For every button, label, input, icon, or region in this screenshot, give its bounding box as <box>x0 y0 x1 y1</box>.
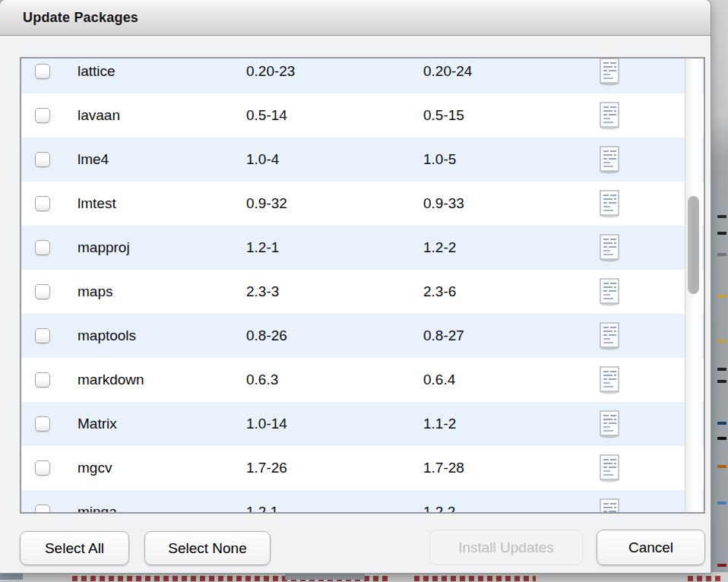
package-name: Matrix <box>78 402 117 446</box>
installed-version: 0.6.3 <box>246 358 278 402</box>
package-row[interactable]: minqa 1.2.1 1.2.2 <box>21 490 704 514</box>
background-artifact <box>285 573 365 580</box>
select-none-button[interactable]: Select None <box>144 531 271 565</box>
background-artifact <box>717 215 726 218</box>
background-artifact <box>717 422 726 425</box>
package-checkbox[interactable] <box>35 240 50 255</box>
news-document-glyph <box>597 322 622 351</box>
package-row[interactable]: Matrix 1.0-14 1.1-2 <box>21 402 704 446</box>
news-document-glyph <box>597 366 622 395</box>
package-checkbox[interactable] <box>35 152 50 167</box>
news-icon[interactable] <box>597 190 622 219</box>
installed-version: 1.2-1 <box>246 226 279 270</box>
dialog-title: Update Packages <box>23 0 138 36</box>
select-all-button[interactable]: Select All <box>20 531 129 565</box>
installed-version: 1.0-4 <box>246 138 279 182</box>
available-version: 0.8-27 <box>423 314 464 358</box>
background-artifact <box>717 253 726 256</box>
package-checkbox[interactable] <box>35 505 50 514</box>
installed-version: 0.20-23 <box>246 57 295 93</box>
package-checkbox[interactable] <box>35 196 50 211</box>
background-artifact <box>717 368 726 371</box>
package-rows: lattice 0.20-23 0.20-24 <box>21 57 704 514</box>
available-version: 0.5-15 <box>423 93 464 138</box>
news-document-glyph <box>597 234 622 263</box>
package-checkbox[interactable] <box>35 64 50 79</box>
available-version: 2.3-6 <box>423 270 456 314</box>
news-icon[interactable] <box>597 146 622 175</box>
package-row[interactable]: lattice 0.20-23 0.20-24 <box>21 57 704 93</box>
background-artifact <box>717 380 726 383</box>
package-row[interactable]: mgcv 1.7-26 1.7-28 <box>21 446 704 490</box>
background-artifact <box>717 295 726 298</box>
package-name: maptools <box>78 314 136 358</box>
cancel-button[interactable]: Cancel <box>597 530 705 565</box>
update-packages-dialog: Update Packages lattice 0.20-23 0.20-24 <box>0 0 711 573</box>
available-version: 0.20-24 <box>423 57 472 93</box>
package-row[interactable]: maptools 0.8-26 0.8-27 <box>21 314 704 358</box>
news-icon[interactable] <box>597 322 622 351</box>
available-version: 1.0-5 <box>423 138 456 182</box>
available-version: 1.2-2 <box>423 226 456 270</box>
available-version: 0.6.4 <box>423 358 455 402</box>
background-artifact <box>0 573 23 580</box>
package-row[interactable]: lavaan 0.5-14 0.5-15 <box>21 93 704 138</box>
screen: Update Packages lattice 0.20-23 0.20-24 <box>0 0 728 582</box>
package-name: mapproj <box>78 226 130 270</box>
background-artifact <box>717 340 726 343</box>
installed-version: 1.7-26 <box>246 446 287 490</box>
news-document-glyph <box>597 498 622 514</box>
installed-version: 2.3-3 <box>246 270 279 314</box>
background-artifact <box>688 576 724 581</box>
package-name: lmtest <box>78 182 116 226</box>
available-version: 1.7-28 <box>423 446 464 490</box>
package-checkbox[interactable] <box>35 372 50 387</box>
package-name: lavaan <box>78 93 120 138</box>
package-name: lattice <box>78 57 116 93</box>
available-version: 1.1-2 <box>423 402 456 446</box>
news-icon[interactable] <box>597 410 622 439</box>
available-version: 0.9-33 <box>423 182 464 226</box>
package-row[interactable]: lmtest 0.9-32 0.9-33 <box>21 182 704 226</box>
package-name: mgcv <box>78 446 112 490</box>
package-row[interactable]: mapproj 1.2-1 1.2-2 <box>21 226 704 270</box>
package-name: lme4 <box>78 138 109 182</box>
news-icon[interactable] <box>597 234 622 263</box>
package-row[interactable]: lme4 1.0-4 1.0-5 <box>21 138 704 182</box>
background-artifact <box>414 576 536 581</box>
background-window-right <box>708 0 728 582</box>
news-icon[interactable] <box>597 498 622 514</box>
package-name: markdown <box>78 358 144 402</box>
installed-version: 1.0-14 <box>246 402 287 446</box>
package-checkbox[interactable] <box>35 416 50 432</box>
package-row[interactable]: markdown 0.6.3 0.6.4 <box>21 358 704 402</box>
package-name: minqa <box>78 490 117 514</box>
package-checkbox[interactable] <box>35 284 50 299</box>
package-checkbox[interactable] <box>35 108 50 123</box>
scrollbar-track[interactable] <box>685 59 702 512</box>
package-checkbox[interactable] <box>35 328 50 343</box>
news-icon[interactable] <box>597 102 622 131</box>
available-version: 1.2.2 <box>423 490 455 514</box>
background-artifact <box>717 501 726 505</box>
background-artifact <box>717 437 726 440</box>
background-window-bottom <box>0 572 728 582</box>
installed-version: 0.8-26 <box>246 314 287 358</box>
news-icon[interactable] <box>597 366 622 395</box>
news-icon[interactable] <box>597 58 622 87</box>
installed-version: 1.2.1 <box>246 490 278 514</box>
scrollbar-thumb[interactable] <box>688 196 699 294</box>
news-document-glyph <box>597 190 622 219</box>
news-icon[interactable] <box>597 278 622 307</box>
news-document-glyph <box>597 454 622 483</box>
news-icon[interactable] <box>597 454 622 483</box>
installed-version: 0.5-14 <box>246 93 287 138</box>
dialog-titlebar: Update Packages <box>0 0 711 36</box>
package-row[interactable]: maps 2.3-3 2.3-6 <box>21 270 704 314</box>
install-updates-button[interactable]: Install Updates <box>429 530 583 565</box>
package-name: maps <box>78 270 112 314</box>
package-checkbox[interactable] <box>35 460 50 476</box>
news-document-glyph <box>597 102 622 131</box>
background-artifact <box>717 465 726 468</box>
news-document-glyph <box>597 146 622 175</box>
